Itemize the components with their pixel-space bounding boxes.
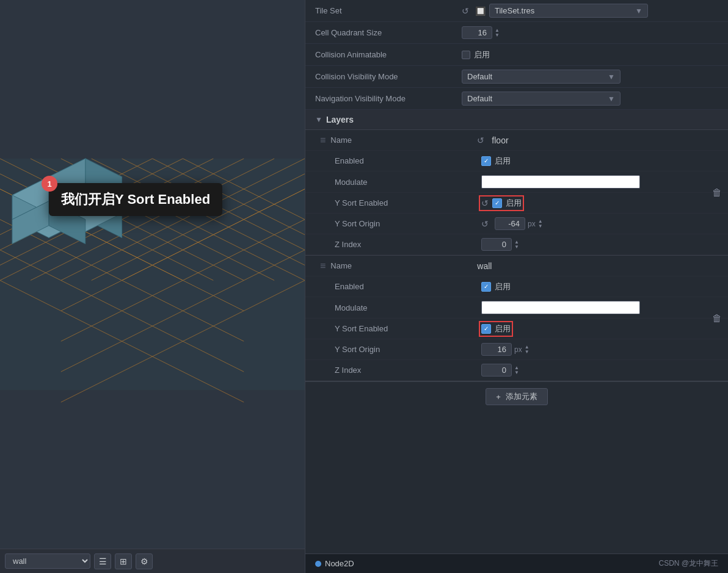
node-dot-icon bbox=[315, 561, 321, 567]
spinbox-arrows[interactable]: ▲ ▼ bbox=[495, 28, 500, 38]
drag-handle-icon[interactable]: ≡ bbox=[320, 135, 326, 146]
layer2-zindex-row: Z Index 0 ▲ ▼ bbox=[305, 360, 728, 381]
layer1-zindex-value: 0 ▲ ▼ bbox=[481, 238, 718, 251]
layer1-name-reset-icon[interactable]: ↺ bbox=[477, 135, 484, 145]
viewport-panel: 1 我们开启Y Sort Enabled wall floor ☰ ⊞ ⚙ bbox=[0, 0, 305, 573]
layer1-enabled-checkbox-label: 启用 bbox=[495, 156, 511, 167]
layer2-ysort-enabled-row: Y Sort Enabled 启用 bbox=[305, 319, 728, 339]
layer2-enabled-checkbox[interactable] bbox=[481, 282, 491, 292]
layer1-modulate-row: Modulate bbox=[305, 171, 728, 193]
section-collapse-arrow: ▼ bbox=[315, 115, 322, 124]
layer2-enabled-label: Enabled bbox=[335, 282, 481, 291]
layer2-ysort-origin-input[interactable]: 16 px ▲ ▼ bbox=[481, 343, 530, 356]
layer1-enabled-checkbox-container: 启用 bbox=[481, 156, 511, 167]
layer2-ysort-origin-unit: px bbox=[514, 345, 522, 354]
layer1-delete-btn[interactable]: 🗑 bbox=[712, 187, 722, 198]
collision-visibility-label: Collision Visibility Mode bbox=[315, 72, 462, 81]
cell-quadrant-size-value: 16 ▲ ▼ bbox=[462, 26, 718, 39]
collision-visibility-value: Default ▼ bbox=[462, 70, 718, 84]
layer1-zindex-label: Z Index bbox=[335, 240, 481, 249]
layer2-ysort-origin-row: Y Sort Origin 16 px ▲ ▼ bbox=[305, 339, 728, 360]
layer1-ysort-origin-reset-icon[interactable]: ↺ bbox=[481, 219, 489, 229]
layer1-modulate-color[interactable] bbox=[481, 175, 640, 189]
layer1-zindex-input[interactable]: 0 ▲ ▼ bbox=[481, 238, 519, 251]
layer1-ysort-origin-value: ↺ -64 px ▲ ▼ bbox=[481, 217, 718, 230]
settings-btn[interactable]: ⚙ bbox=[136, 553, 153, 569]
layer1-enabled-value: 启用 bbox=[481, 156, 718, 167]
layer2-delete-btn[interactable]: 🗑 bbox=[712, 313, 722, 324]
tile-set-reset-icon[interactable]: ↺ bbox=[462, 6, 469, 16]
layer2-enabled-row: Enabled 启用 bbox=[305, 276, 728, 297]
viewport-toolbar: wall floor ☰ ⊞ ⚙ bbox=[0, 549, 305, 573]
viewport-canvas: 1 我们开启Y Sort Enabled bbox=[0, 0, 305, 549]
layer1-enabled-checkbox[interactable] bbox=[481, 156, 491, 166]
layer2-group: ≡ Name wall 🗑 Enabled 启用 bbox=[305, 256, 728, 381]
spinbox-arrows[interactable]: ▲ ▼ bbox=[514, 366, 519, 375]
layer1-ysort-checkbox-container: ↺ 启用 bbox=[481, 198, 522, 209]
layer1-name-value: ↺ floor bbox=[477, 135, 718, 145]
layer2-ysort-checkbox[interactable] bbox=[481, 324, 491, 334]
tile-set-dropdown[interactable]: TileSet.tres ▼ bbox=[489, 4, 648, 18]
layer1-name-label: Name bbox=[330, 135, 477, 145]
layer1-name-row: ≡ Name ↺ floor 🗑 bbox=[305, 130, 728, 151]
collision-animatable-checkbox-container: 启用 bbox=[462, 49, 490, 60]
chevron-down-icon: ▼ bbox=[608, 95, 615, 103]
layer1-group: ≡ Name ↺ floor 🗑 Enabled 启用 bbox=[305, 130, 728, 256]
layer1-modulate-value bbox=[481, 175, 718, 189]
cell-quadrant-size-input[interactable]: 16 ▲ ▼ bbox=[462, 26, 500, 39]
chevron-down-icon: ▼ bbox=[635, 7, 642, 15]
layer1-ysort-origin-label: Y Sort Origin bbox=[335, 219, 481, 228]
node2d-label-text: Node2D bbox=[325, 559, 354, 568]
spinbox-arrows[interactable]: ▲ ▼ bbox=[538, 219, 543, 229]
tile-set-icon: 🔲 bbox=[475, 6, 486, 16]
layers-section-header[interactable]: ▼ Layers bbox=[305, 110, 728, 130]
tile-set-label: Tile Set bbox=[315, 6, 462, 15]
layer2-name-text: wall bbox=[477, 261, 492, 271]
collision-visibility-dropdown[interactable]: Default ▼ bbox=[462, 70, 621, 84]
layer2-ysort-enabled-value: 启用 bbox=[481, 323, 718, 334]
layer1-ysort-origin-input[interactable]: -64 px ▲ ▼ bbox=[495, 217, 543, 230]
collision-animatable-label: Collision Animatable bbox=[315, 50, 462, 59]
layer2-enabled-checkbox-label: 启用 bbox=[495, 281, 511, 292]
layer-dropdown[interactable]: wall floor bbox=[5, 553, 90, 569]
cell-quadrant-size-row: Cell Quadrant Size 16 ▲ ▼ bbox=[305, 22, 728, 44]
collision-animatable-value: 启用 bbox=[462, 49, 718, 60]
layer2-ysort-enabled-label: Y Sort Enabled bbox=[335, 324, 481, 333]
status-bar: Node2D CSDN @龙中舞王 bbox=[305, 553, 728, 573]
spinbox-arrows[interactable]: ▲ ▼ bbox=[525, 345, 530, 355]
layer2-zindex-input[interactable]: 0 ▲ ▼ bbox=[481, 364, 519, 377]
layer2-zindex-value: 0 ▲ ▼ bbox=[481, 364, 718, 377]
layers-section-title: Layers bbox=[326, 115, 354, 124]
layer2-modulate-row: Modulate bbox=[305, 297, 728, 319]
navigation-visibility-dropdown[interactable]: Default ▼ bbox=[462, 92, 621, 106]
layer1-ysort-origin-unit: px bbox=[528, 220, 536, 228]
layer2-name-value: wall bbox=[477, 261, 718, 271]
add-element-button[interactable]: + 添加元素 bbox=[486, 388, 548, 405]
drag-handle-icon[interactable]: ≡ bbox=[320, 261, 326, 272]
layer1-ysort-reset-icon[interactable]: ↺ bbox=[481, 198, 489, 208]
layer2-name-label: Name bbox=[330, 261, 477, 270]
layer2-modulate-color[interactable] bbox=[481, 301, 640, 314]
properties-scroll[interactable]: Tile Set ↺ 🔲 TileSet.tres ▼ Cell Quadran… bbox=[305, 0, 728, 553]
list-view-btn[interactable]: ☰ bbox=[94, 553, 111, 569]
spinbox-arrows[interactable]: ▲ ▼ bbox=[514, 240, 519, 250]
callout-tooltip: 1 我们开启Y Sort Enabled bbox=[49, 183, 222, 216]
callout-badge: 1 bbox=[42, 176, 57, 192]
layer2-modulate-label: Modulate bbox=[335, 303, 481, 312]
layer2-modulate-value bbox=[481, 301, 718, 314]
navigation-visibility-value: Default ▼ bbox=[462, 92, 718, 106]
layer1-ysort-origin-row: Y Sort Origin ↺ -64 px ▲ ▼ bbox=[305, 214, 728, 234]
isometric-grid bbox=[0, 0, 305, 549]
layer2-zindex-label: Z Index bbox=[335, 366, 481, 375]
layer1-ysort-enabled-label: Y Sort Enabled bbox=[335, 198, 481, 207]
collision-animatable-checkbox[interactable] bbox=[462, 51, 470, 59]
properties-panel: Tile Set ↺ 🔲 TileSet.tres ▼ Cell Quadran… bbox=[305, 0, 728, 573]
layer2-ysort-checkbox-container: 启用 bbox=[481, 323, 511, 334]
collision-animatable-row: Collision Animatable 启用 bbox=[305, 44, 728, 66]
layer1-ysort-checkbox[interactable] bbox=[492, 198, 502, 208]
layer1-zindex-row: Z Index 0 ▲ ▼ bbox=[305, 234, 728, 255]
grid-view-btn[interactable]: ⊞ bbox=[115, 553, 132, 569]
layer1-ysort-checkbox-label: 启用 bbox=[506, 198, 522, 209]
layer1-ysort-enabled-value: ↺ 启用 bbox=[481, 198, 718, 209]
layer2-ysort-origin-label: Y Sort Origin bbox=[335, 345, 481, 354]
